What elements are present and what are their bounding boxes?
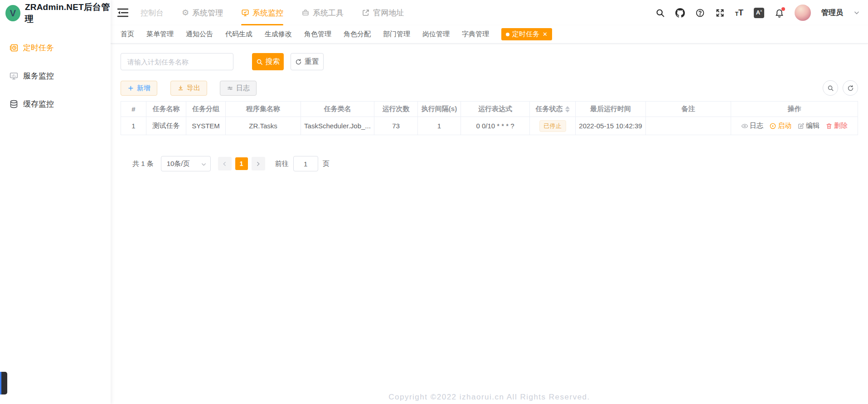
copyright-text: Copyright ©2022 izhaorui.cn All Rights R… bbox=[388, 393, 590, 401]
tab-close-icon[interactable]: ✕ bbox=[543, 31, 548, 37]
sidebar: V ZRAdmin.NET后台管理 定时任务 bbox=[0, 0, 111, 404]
tab-role-assignment[interactable]: 角色分配 bbox=[344, 30, 371, 39]
chevron-right-icon bbox=[255, 161, 261, 167]
goto-page-input[interactable] bbox=[293, 156, 318, 171]
cell-status: 已停止 bbox=[530, 117, 576, 135]
log-button[interactable]: 日志 bbox=[220, 81, 257, 96]
sliders-icon bbox=[227, 85, 233, 92]
notification-bell-icon[interactable] bbox=[775, 8, 784, 18]
translate-icon[interactable]: Ax bbox=[754, 8, 764, 18]
row-edit-link[interactable]: 编辑 bbox=[797, 122, 820, 130]
fullscreen-icon[interactable] bbox=[715, 8, 725, 18]
nav-item-system-tools[interactable]: 系统工具 bbox=[301, 0, 344, 25]
toolbox-icon bbox=[301, 9, 310, 17]
tab-code-generation[interactable]: 代码生成 bbox=[225, 30, 252, 39]
toolbar-row: 新增 导出 日志 bbox=[121, 80, 858, 96]
nav-item-console[interactable]: 控制台 bbox=[141, 0, 164, 25]
col-status: 任务状态 bbox=[530, 102, 576, 117]
refresh-icon bbox=[295, 58, 302, 65]
chevron-left-icon bbox=[222, 161, 228, 167]
top-navbar: 控制台 ⚙ 系统管理 系统监控 bbox=[111, 0, 868, 25]
row-start-label: 启动 bbox=[778, 122, 791, 130]
sidebar-item-cache-monitor[interactable]: 缓存监控 bbox=[0, 90, 111, 118]
search-icon bbox=[256, 58, 263, 65]
sidebar-item-scheduled-tasks[interactable]: 定时任务 bbox=[0, 34, 111, 62]
tab-post-management[interactable]: 岗位管理 bbox=[422, 30, 450, 39]
tab-dictionary-management[interactable]: 字典管理 bbox=[462, 30, 489, 39]
next-page-button[interactable] bbox=[252, 157, 265, 170]
search-button[interactable]: 搜索 bbox=[252, 53, 284, 70]
chevron-down-icon[interactable] bbox=[853, 10, 860, 16]
cell-interval: 1 bbox=[418, 117, 461, 135]
reset-button[interactable]: 重置 bbox=[291, 53, 324, 70]
footer: Copyright ©2022 izhaorui.cn All Rights R… bbox=[111, 393, 868, 402]
tab-role-management[interactable]: 角色管理 bbox=[304, 30, 331, 39]
col-cron: 运行表达式 bbox=[461, 102, 530, 117]
add-button-label: 新增 bbox=[137, 84, 150, 92]
active-tab-label: 定时任务 bbox=[512, 30, 539, 39]
page-size-select[interactable]: 10条/页 bbox=[161, 156, 211, 171]
cell-task-class: TaskScheduler.Job_... bbox=[301, 117, 374, 135]
docked-widget[interactable] bbox=[0, 372, 7, 394]
font-size-icon[interactable]: TT bbox=[735, 9, 743, 17]
row-log-link[interactable]: 日志 bbox=[741, 122, 763, 130]
tab-scheduled-tasks-active[interactable]: 定时任务 ✕ bbox=[501, 28, 552, 40]
tab-home[interactable]: 首页 bbox=[121, 30, 134, 39]
row-edit-label: 编辑 bbox=[806, 122, 820, 130]
row-start-link[interactable]: 启动 bbox=[769, 122, 791, 130]
user-avatar[interactable] bbox=[795, 5, 811, 21]
sidebar-item-service-monitor[interactable]: 服务监控 bbox=[0, 62, 111, 90]
cell-actions: 日志 启动 bbox=[731, 117, 858, 135]
user-name[interactable]: 管理员 bbox=[821, 8, 843, 18]
play-circle-icon bbox=[769, 122, 776, 130]
col-task-group: 任务分组 bbox=[186, 102, 226, 117]
tab-notice[interactable]: 通知公告 bbox=[186, 30, 213, 39]
col-status-label: 任务状态 bbox=[536, 105, 563, 112]
table-header-row: # 任务名称 任务分组 程序集名称 任务类名 运行次数 执行间隔(s) 运行表达… bbox=[121, 102, 858, 117]
add-button[interactable]: 新增 bbox=[121, 81, 157, 96]
task-name-input[interactable] bbox=[121, 53, 233, 70]
cache-monitor-icon bbox=[9, 99, 19, 109]
cell-cron: 0 0/10 * * * ? bbox=[461, 117, 530, 135]
github-icon[interactable] bbox=[675, 8, 685, 18]
export-button[interactable]: 导出 bbox=[170, 81, 207, 96]
nav-item-system-management[interactable]: ⚙ 系统管理 bbox=[182, 0, 223, 25]
search-icon[interactable] bbox=[655, 8, 665, 18]
monitor-check-icon bbox=[241, 9, 249, 17]
timer-icon bbox=[9, 43, 19, 53]
table-search-toggle-button[interactable] bbox=[823, 80, 838, 96]
tab-generate-modify[interactable]: 生成修改 bbox=[265, 30, 292, 39]
help-icon[interactable] bbox=[695, 8, 705, 18]
status-badge: 已停止 bbox=[539, 120, 566, 132]
nav-item-official-site[interactable]: 官网地址 bbox=[362, 0, 404, 25]
page-number-1[interactable]: 1 bbox=[235, 157, 248, 170]
nav-item-system-monitor[interactable]: 系统监控 bbox=[241, 0, 283, 25]
cell-last-run: 2022-05-15 10:42:39 bbox=[576, 117, 646, 135]
tab-menu-management[interactable]: 菜单管理 bbox=[146, 30, 174, 39]
sort-carets-icon[interactable] bbox=[565, 106, 570, 112]
edit-icon bbox=[797, 122, 805, 130]
tag-view-bar: 首页 菜单管理 通知公告 代码生成 生成修改 角色管理 角色分配 部门管理 岗位… bbox=[111, 25, 868, 44]
active-tab-dot bbox=[506, 33, 509, 36]
table-refresh-button[interactable] bbox=[843, 80, 858, 96]
chevron-down-icon bbox=[201, 161, 207, 167]
tasks-table: # 任务名称 任务分组 程序集名称 任务类名 运行次数 执行间隔(s) 运行表达… bbox=[121, 101, 858, 135]
tab-department-management[interactable]: 部门管理 bbox=[383, 30, 410, 39]
sidebar-collapse-icon[interactable] bbox=[117, 8, 129, 18]
logo[interactable]: V ZRAdmin.NET后台管理 bbox=[0, 0, 111, 26]
app-window: V ZRAdmin.NET后台管理 定时任务 bbox=[0, 0, 868, 404]
row-log-label: 日志 bbox=[750, 122, 763, 130]
log-button-label: 日志 bbox=[236, 84, 250, 92]
service-monitor-icon bbox=[9, 71, 19, 81]
table-tools bbox=[823, 80, 858, 96]
trash-icon bbox=[825, 122, 833, 130]
row-delete-link[interactable]: 删除 bbox=[825, 122, 848, 130]
previous-page-button[interactable] bbox=[218, 157, 232, 170]
nav-item-label: 系统监控 bbox=[252, 8, 283, 18]
gear-icon: ⚙ bbox=[182, 9, 189, 17]
eye-icon bbox=[741, 122, 748, 130]
export-button-label: 导出 bbox=[187, 84, 200, 92]
logo-letter: V bbox=[10, 8, 16, 19]
notification-badge bbox=[781, 7, 785, 11]
external-link-icon bbox=[362, 9, 370, 17]
